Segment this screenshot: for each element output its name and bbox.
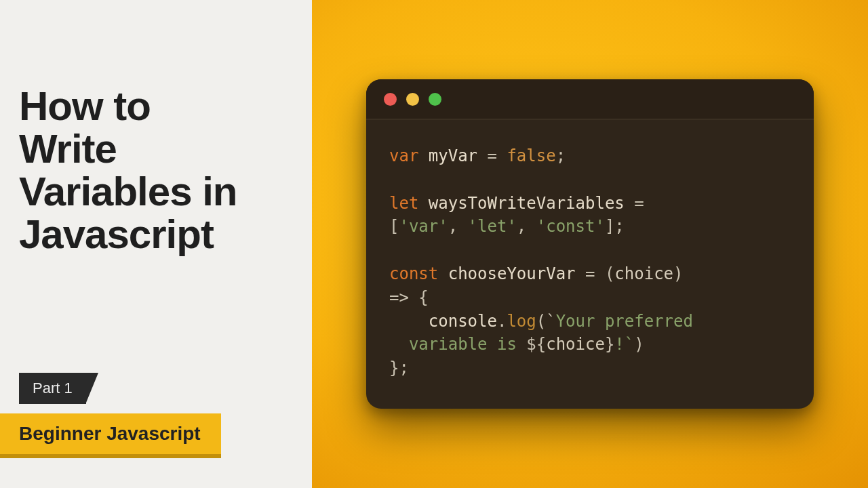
comma: ,	[448, 217, 468, 236]
page-title: How to Write Variables in Javascript	[19, 85, 237, 256]
bracket-close: ];	[605, 217, 625, 236]
title-line: Write	[19, 126, 117, 171]
parameter: choice	[614, 264, 673, 283]
thumbnail-card: How to Write Variables in Javascript Par…	[0, 0, 868, 488]
bracket-open: [	[389, 217, 399, 236]
course-label: Beginner Javascript	[19, 423, 201, 444]
left-panel: How to Write Variables in Javascript Par…	[0, 0, 312, 488]
operator: =	[625, 194, 644, 213]
minimize-icon	[406, 93, 419, 106]
template-text: Your preferred	[556, 312, 693, 331]
part-badge: Part 1	[19, 373, 86, 404]
identifier: chooseYourVar	[448, 264, 576, 283]
semicolon: ;	[556, 146, 566, 165]
part-label: Part 1	[33, 380, 73, 396]
brace-close: };	[389, 359, 409, 378]
string-literal: 'let'	[468, 217, 517, 236]
keyword-var: var	[389, 146, 418, 165]
identifier: myVar	[429, 146, 477, 165]
maximize-icon	[429, 93, 441, 106]
window-titlebar	[366, 79, 814, 120]
code-body: var myVar = false; let waysToWriteVariab…	[366, 120, 814, 409]
string-literal: 'var'	[399, 217, 448, 236]
arrow: => {	[389, 288, 429, 307]
title-line: Javascript	[19, 211, 214, 257]
comma: ,	[517, 217, 536, 236]
interp-close: }	[605, 335, 614, 354]
dot: .	[497, 312, 507, 331]
title-line: Variables in	[19, 169, 237, 214]
paren-open: (`	[536, 312, 556, 331]
course-badge: Beginner Javascript	[0, 413, 221, 454]
identifier: waysToWriteVariables	[429, 194, 625, 213]
paren-close: )	[673, 264, 683, 283]
title-line: How to	[19, 83, 151, 129]
string-literal: 'const'	[536, 217, 605, 236]
object: console	[429, 312, 497, 331]
paren-close: )	[634, 335, 644, 354]
operator: = (	[576, 264, 615, 283]
keyword-const: const	[389, 264, 438, 283]
code-window: var myVar = false; let waysToWriteVariab…	[366, 79, 814, 409]
template-text: !`	[614, 335, 634, 354]
close-icon	[384, 93, 397, 106]
interp-var: choice	[546, 335, 605, 354]
keyword-let: let	[389, 194, 418, 213]
operator: =	[477, 146, 507, 165]
right-panel: var myVar = false; let waysToWriteVariab…	[312, 0, 868, 488]
interp-open: ${	[526, 335, 546, 354]
indent	[389, 335, 409, 354]
boolean-literal: false	[507, 146, 555, 165]
template-text: variable is	[409, 335, 526, 354]
method: log	[507, 312, 536, 331]
indent	[389, 312, 429, 331]
